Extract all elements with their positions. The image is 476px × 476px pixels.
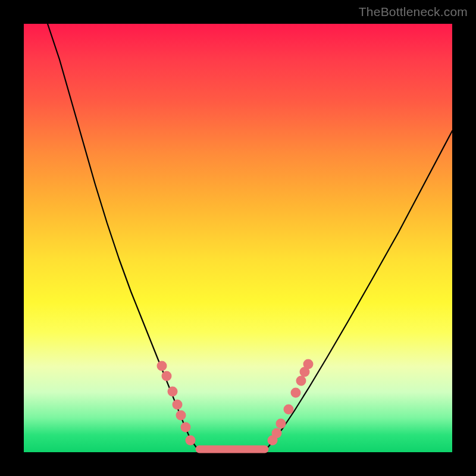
- data-dot: [296, 376, 306, 386]
- plot-area: [24, 24, 452, 452]
- data-dot: [162, 371, 172, 381]
- data-dot: [291, 388, 301, 398]
- curve-left: [48, 24, 196, 447]
- data-dot: [186, 436, 196, 446]
- curve-right: [268, 131, 452, 447]
- dots-left-group: [157, 361, 196, 446]
- data-dot: [272, 428, 282, 439]
- dots-right-group: [268, 359, 314, 446]
- data-dot: [168, 387, 178, 397]
- data-dot: [173, 400, 183, 410]
- data-dot: [176, 411, 186, 421]
- watermark-text: TheBottleneck.com: [359, 5, 468, 19]
- outer-frame: TheBottleneck.com: [0, 0, 476, 476]
- data-dot: [276, 419, 286, 429]
- data-dot: [284, 405, 294, 415]
- chart-overlay: [24, 24, 452, 452]
- data-dot: [181, 422, 191, 433]
- data-dot: [157, 361, 167, 371]
- data-dot: [303, 359, 314, 369]
